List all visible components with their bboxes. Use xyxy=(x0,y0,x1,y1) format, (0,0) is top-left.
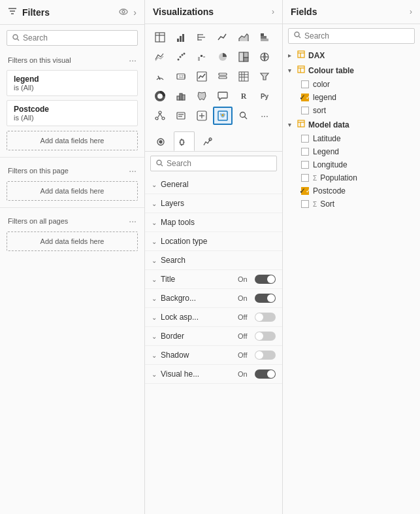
group-label: Colour table xyxy=(308,66,354,75)
format-section-lockasp[interactable]: ⌄Lock asp...Off xyxy=(145,308,282,327)
svg-rect-30 xyxy=(244,58,248,61)
field-label: Postcode xyxy=(313,186,346,196)
viz-icon-line-cluster[interactable] xyxy=(150,48,170,66)
svg-rect-78 xyxy=(298,66,304,73)
field-group-dax[interactable]: ▸DAX xyxy=(283,48,420,63)
viz-icon-kpi[interactable] xyxy=(192,67,212,86)
viz-icon-gauge[interactable] xyxy=(150,67,170,86)
viz-icon-decomp[interactable] xyxy=(150,107,170,125)
field-item-sort[interactable]: sort xyxy=(283,104,420,117)
format-section-shadow[interactable]: ⌄ShadowOff xyxy=(145,346,282,365)
viz-icon-ribbon[interactable] xyxy=(171,87,191,105)
filters-visual-more-icon[interactable]: ··· xyxy=(129,55,137,65)
format-section-layers[interactable]: ⌄Layers xyxy=(145,194,282,213)
viz-icon-qanda[interactable] xyxy=(213,87,233,105)
chevron-icon: ⌄ xyxy=(152,314,157,321)
field-item-postcode[interactable]: ✓Postcode xyxy=(283,184,420,197)
format-section-general[interactable]: ⌄General xyxy=(145,175,282,194)
section-label: Title xyxy=(161,275,238,284)
viz-icon-card[interactable]: 123 xyxy=(171,67,191,86)
filters-search-input[interactable] xyxy=(23,33,132,43)
viz-icon-custom1[interactable] xyxy=(192,107,212,125)
viz-forward-icon[interactable]: › xyxy=(272,7,274,16)
svg-rect-53 xyxy=(177,112,185,119)
field-checkbox[interactable]: ✓ xyxy=(301,187,309,195)
forward-icon[interactable]: › xyxy=(133,7,137,18)
format-section-maptools[interactable]: ⌄Map tools xyxy=(145,213,282,232)
eye-icon[interactable] xyxy=(119,7,128,18)
format-section-search[interactable]: ⌄Search xyxy=(145,251,282,270)
svg-rect-26 xyxy=(203,56,205,58)
viz-icon-matrix[interactable] xyxy=(234,67,253,86)
format-section-visualhe[interactable]: ⌄Visual he...On xyxy=(145,365,282,384)
field-item-legend[interactable]: ✓legend xyxy=(283,91,420,104)
field-checkbox[interactable] xyxy=(301,107,309,114)
field-item-latitude[interactable]: Latitude xyxy=(283,132,420,145)
viz-icon-bar[interactable] xyxy=(171,28,191,46)
field-item-color[interactable]: color xyxy=(283,78,420,91)
toggle-switch[interactable] xyxy=(255,332,276,341)
field-item-population[interactable]: ΣPopulation xyxy=(283,171,420,184)
viz-icon-azuremap[interactable] xyxy=(213,107,233,125)
viz-icon-stacked-bar[interactable] xyxy=(255,28,274,46)
field-label: Longitude xyxy=(313,160,347,169)
svg-line-52 xyxy=(160,114,162,117)
field-checkbox[interactable]: ✓ xyxy=(301,94,309,101)
field-group-colour-table[interactable]: ▾Colour table xyxy=(283,63,420,78)
format-sections: ⌄General⌄Layers⌄Map tools⌄Location type⌄… xyxy=(145,175,282,384)
viz-icon-funnel[interactable] xyxy=(255,67,274,86)
viz-icon-search-visual[interactable] xyxy=(234,107,253,125)
viz-icon-area[interactable] xyxy=(234,28,253,46)
toggle-switch[interactable] xyxy=(255,351,276,360)
field-item-longitude[interactable]: Longitude xyxy=(283,158,420,171)
field-group-model-data[interactable]: ▾Model data xyxy=(283,117,420,132)
viz-icon-more[interactable]: ··· xyxy=(255,107,274,125)
filters-all-more-icon[interactable]: ··· xyxy=(129,216,137,226)
viz-tab-fields[interactable] xyxy=(150,131,171,151)
viz-tab-format[interactable] xyxy=(174,131,195,151)
format-section-locationtype[interactable]: ⌄Location type xyxy=(145,232,282,251)
toggle-switch[interactable] xyxy=(255,275,276,284)
viz-icon-table[interactable] xyxy=(150,28,170,46)
add-data-visual-button[interactable]: Add data fields here xyxy=(7,131,138,150)
filter-field-name-postcode: Postcode xyxy=(14,105,131,114)
field-checkbox[interactable] xyxy=(301,200,309,208)
viz-icon-pie[interactable] xyxy=(213,48,233,66)
viz-icon-treemap[interactable] xyxy=(234,48,253,66)
viz-icon-filled-map[interactable] xyxy=(192,87,212,105)
field-item-sort[interactable]: ΣSort xyxy=(283,197,420,211)
format-section-backgro[interactable]: ⌄Backgro...On xyxy=(145,289,282,308)
toggle-switch[interactable] xyxy=(255,369,276,379)
fields-search-input[interactable] xyxy=(304,31,409,41)
viz-icon-slicer[interactable] xyxy=(213,67,233,86)
viz-search-input[interactable] xyxy=(167,159,271,168)
toggle-switch[interactable] xyxy=(255,294,276,303)
field-item-legend[interactable]: Legend xyxy=(283,145,420,158)
field-checkbox[interactable] xyxy=(301,80,309,88)
toggle-container: Off xyxy=(238,313,276,322)
format-section-border[interactable]: ⌄BorderOff xyxy=(145,327,282,346)
viz-icon-waterfall[interactable] xyxy=(192,48,212,66)
viz-icon-r-visual[interactable]: R xyxy=(234,87,253,105)
toggle-switch[interactable] xyxy=(255,313,276,322)
toggle-container: Off xyxy=(238,332,276,341)
add-data-all-button[interactable]: Add data fields here xyxy=(7,231,138,251)
fields-forward-icon[interactable]: › xyxy=(410,7,412,16)
filters-page-more-icon[interactable]: ··· xyxy=(129,165,137,176)
viz-icon-map[interactable] xyxy=(255,48,274,66)
viz-icon-clustered-bar[interactable] xyxy=(192,28,212,46)
viz-icon-narratives[interactable] xyxy=(171,107,191,125)
field-checkbox[interactable] xyxy=(301,148,309,156)
viz-icon-py[interactable]: Py xyxy=(255,87,274,105)
viz-tab-analytics[interactable] xyxy=(197,131,218,151)
viz-icon-scatter[interactable] xyxy=(171,48,191,66)
field-checkbox[interactable] xyxy=(301,174,309,182)
add-data-page-button[interactable]: Add data fields here xyxy=(7,181,138,201)
field-checkbox[interactable] xyxy=(301,161,309,169)
field-checkbox[interactable] xyxy=(301,135,309,143)
svg-line-72 xyxy=(161,164,163,166)
format-section-title[interactable]: ⌄TitleOn xyxy=(145,270,282,289)
viz-icon-line[interactable] xyxy=(213,28,233,46)
filters-header: Filters › xyxy=(0,0,144,25)
viz-icon-donut[interactable] xyxy=(150,87,170,105)
